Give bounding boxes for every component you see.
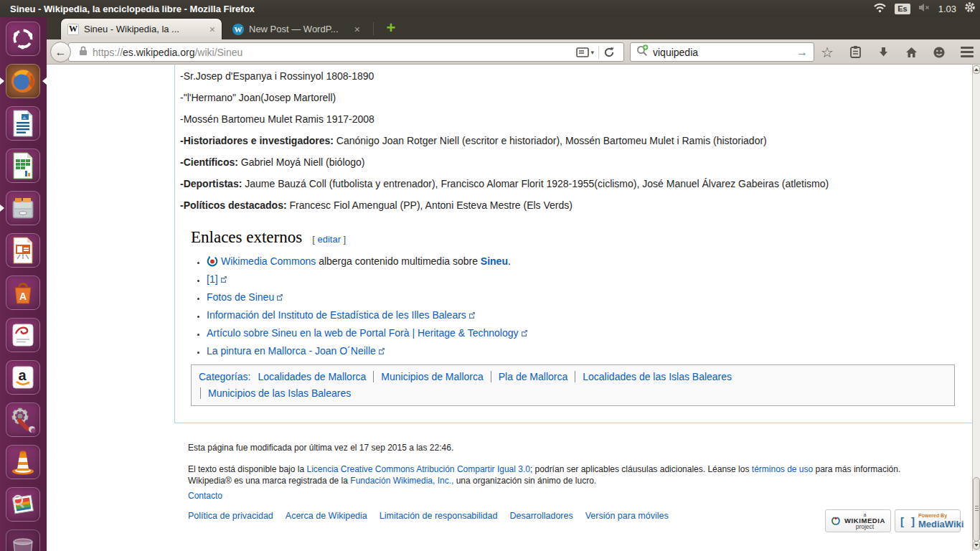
launcher-libreoffice-impress[interactable]	[6, 233, 40, 268]
new-tab-button[interactable]: +	[380, 18, 402, 38]
feedback-smiley-icon[interactable]	[930, 43, 948, 62]
lock-icon[interactable]	[79, 45, 88, 59]
search-engine-icon[interactable]	[636, 44, 649, 60]
footer-link[interactable]: Política de privacidad	[188, 511, 273, 521]
commons-link[interactable]: Wikimedia Commons	[221, 255, 316, 267]
contact-row: Contacto	[188, 491, 222, 501]
tab-wordpress[interactable]: W New Post — WordP... ×	[226, 19, 367, 39]
desktop-screen: Sineu - Wikipedia, la enciclopedia libre…	[0, 0, 980, 551]
scrollbar[interactable]	[972, 65, 980, 551]
scroll-down-button[interactable]	[973, 541, 980, 550]
tab-wikipedia[interactable]: W Sineu - Wikipedia, la ... ×	[61, 19, 222, 39]
wikimedia-logo-icon	[831, 513, 841, 529]
keyboard-layout-indicator[interactable]: Es	[895, 4, 910, 14]
launcher-document-viewer[interactable]	[6, 318, 40, 352]
clock[interactable]: 1.03	[938, 4, 956, 14]
external-link[interactable]: Fotos de Sineu	[207, 291, 274, 303]
edit-link[interactable]: editar	[317, 234, 341, 245]
launcher-amazon[interactable]: a	[6, 360, 40, 395]
footer-link[interactable]: Versión para móviles	[585, 511, 669, 521]
session-gear-icon[interactable]	[964, 1, 976, 16]
external-link[interactable]: Artículo sobre Sineu en la web de Portal…	[207, 327, 519, 339]
tab-close-icon[interactable]: ×	[354, 24, 360, 35]
window-title-bar: Sineu - Wikipedia, la enciclopedia libre…	[0, 0, 980, 17]
launcher-system-settings[interactable]	[6, 402, 40, 437]
category-link[interactable]: Localidades de Mallorca	[258, 371, 366, 382]
category-link[interactable]: Municipios de Mallorca	[381, 371, 483, 382]
back-button[interactable]: ←	[50, 42, 71, 62]
dropdown-icon: ▾	[590, 49, 594, 56]
bookmark-pages-button[interactable]: ▾	[572, 47, 598, 57]
tab-close-icon[interactable]: ×	[209, 24, 215, 35]
external-link[interactable]: La pintura en Mallorca - Joan O´Neille	[207, 345, 376, 357]
contact-link[interactable]: Contacto	[188, 491, 222, 501]
search-bar[interactable]: →	[630, 42, 814, 62]
person-line: -Sr.Josep d'Espanya i Rossinyol 1808-189…	[180, 70, 951, 82]
wikimedia-badge[interactable]: aWIKIMEDIAproject	[825, 509, 891, 532]
category-link[interactable]: Municipios de las Islas Baleares	[208, 387, 351, 399]
launcher-image-viewer[interactable]	[6, 487, 40, 522]
notable-people-list: -Sr.Josep d'Espanya i Rossinyol 1808-189…	[180, 70, 951, 221]
edit-section: [ editar ]	[312, 234, 346, 245]
amazon-icon: a	[10, 364, 36, 390]
footer-link[interactable]: Limitación de responsabilidad	[380, 511, 498, 521]
bookmarks-menu-icon[interactable]	[847, 43, 864, 62]
reload-button[interactable]	[599, 47, 619, 58]
external-link-icon	[276, 293, 283, 301]
url-text: https://es.wikipedia.org/wiki/Sineu	[93, 47, 242, 58]
footer-link[interactable]: Desarrolladores	[509, 511, 573, 521]
trash-icon	[9, 536, 37, 551]
category-link[interactable]: Pla de Mallorca	[499, 371, 568, 382]
person-line: -Políticos destacados: Francesc Fiol Ame…	[180, 199, 951, 211]
categories-label[interactable]: Categorías:	[199, 371, 250, 382]
category-link[interactable]: Localidades de las Islas Baleares	[583, 371, 732, 382]
wiki-content-area: -Sr.Josep d'Espanya i Rossinyol 1808-189…	[174, 65, 972, 423]
url-protocol: https://	[93, 47, 123, 58]
external-link[interactable]: [1]	[207, 273, 218, 285]
license-link[interactable]: Licencia Creative Commons Atribución Com…	[306, 464, 529, 474]
libreoffice-writer-icon	[11, 110, 35, 137]
launcher-vlc[interactable]	[6, 445, 40, 479]
search-go-icon[interactable]: →	[796, 46, 808, 59]
list-item: [1]	[207, 270, 528, 288]
scrollbar-thumb[interactable]	[973, 477, 980, 542]
launcher-file-cabinet[interactable]	[6, 191, 40, 225]
terms-link[interactable]: términos de uso	[752, 464, 813, 474]
running-indicator	[0, 77, 4, 85]
external-link[interactable]: Información del Instituto de Estadística…	[207, 309, 466, 321]
list-item: La pintura en Mallorca - Joan O´Neille	[207, 342, 528, 360]
mediawiki-badge[interactable]: [ ] Powered ByMediaWiki	[895, 509, 961, 532]
sineu-link[interactable]: Sineu	[481, 255, 508, 267]
launcher-software-center[interactable]: A	[6, 276, 40, 310]
launcher-libreoffice-calc[interactable]	[6, 149, 40, 183]
bookmark-star-icon[interactable]: ☆	[819, 43, 836, 62]
external-link-icon	[220, 276, 227, 283]
downloads-icon[interactable]	[875, 43, 892, 62]
home-icon[interactable]	[903, 43, 920, 62]
url-bar[interactable]: https://es.wikipedia.org/wiki/Sineu ▾	[68, 42, 624, 62]
libreoffice-impress-icon	[11, 237, 35, 264]
menu-hamburger-icon[interactable]	[958, 43, 976, 62]
list-item: Artículo sobre Sineu en la web de Portal…	[207, 324, 528, 342]
launcher-trash[interactable]	[6, 529, 40, 551]
launcher-libreoffice-writer[interactable]	[6, 106, 40, 141]
libreoffice-calc-icon	[11, 152, 35, 179]
search-input[interactable]	[653, 47, 796, 58]
foundation-link[interactable]: Fundación Wikimedia, Inc.,	[350, 476, 453, 486]
unity-launcher: A a	[0, 17, 47, 551]
launcher-ubuntu-dash[interactable]	[6, 22, 40, 56]
footer-link[interactable]: Acerca de Wikipedia	[286, 511, 367, 521]
scroll-up-button[interactable]	[973, 65, 980, 74]
external-link-icon	[521, 329, 528, 336]
tab-title: Sineu - Wikipedia, la ...	[84, 24, 204, 34]
external-links-list: Wikimedia Commons alberga contenido mult…	[194, 253, 528, 360]
wifi-icon[interactable]	[873, 2, 887, 16]
tab-separator	[373, 22, 374, 35]
person-line: -"l'Hermano" Joan(Josep Martorell)	[180, 92, 951, 103]
launcher-firefox[interactable]	[6, 64, 40, 98]
tab-title: New Post — WordP...	[249, 24, 349, 34]
volume-muted-icon[interactable]	[918, 2, 930, 15]
url-domain: es.wikipedia.org	[123, 47, 194, 58]
wikimedia-commons-icon	[207, 255, 218, 267]
footer-links: Política de privacidad Acerca de Wikiped…	[188, 511, 669, 521]
